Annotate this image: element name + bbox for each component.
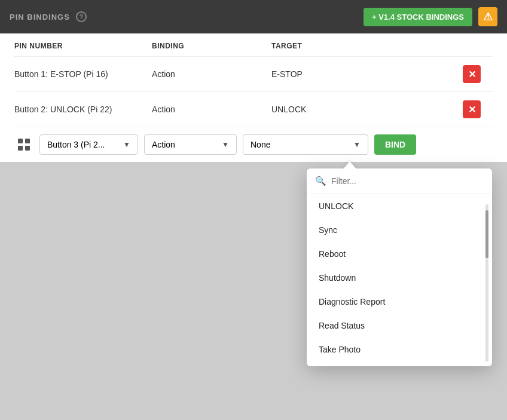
stock-bindings-button[interactable]: + V1.4 STOCK BINDINGS — [364, 8, 472, 26]
list-item[interactable]: Shutdown — [307, 266, 492, 290]
new-binding-row: Button 3 (Pi 2... ▼ Action ▼ None ▼ BIND — [14, 127, 493, 162]
pin-dropdown-value: Button 3 (Pi 2... — [47, 140, 105, 149]
delete-col-2: ✕ — [463, 100, 493, 118]
page-title: PIN BINDINGS — [10, 13, 70, 22]
target-cell-1: E-STOP — [271, 69, 463, 79]
target-dropdown-popup: 🔍 UNLOCK Sync Reboot Shutdown Diagnostic… — [307, 168, 492, 366]
column-header-target: TARGET — [271, 42, 463, 50]
bind-button[interactable]: BIND — [374, 134, 416, 155]
scrollbar-thumb[interactable] — [485, 210, 488, 258]
binding-cell-2: Action — [152, 105, 271, 114]
pin-dropdown[interactable]: Button 3 (Pi 2... ▼ — [39, 134, 138, 155]
pin-cell-2: Button 2: UNLOCK (Pi 22) — [14, 105, 152, 114]
delete-button-1[interactable]: ✕ — [463, 65, 481, 83]
binding-dropdown[interactable]: Action ▼ — [144, 134, 237, 155]
list-item[interactable]: Sync — [307, 218, 492, 242]
table-row: Button 2: UNLOCK (Pi 22) Action UNLOCK ✕ — [14, 92, 493, 127]
warning-icon[interactable]: ⚠ — [478, 7, 497, 26]
delete-button-2[interactable]: ✕ — [463, 100, 481, 118]
list-item[interactable]: UNLOCK — [307, 194, 492, 218]
table-header: PIN NUMBER BINDING TARGET — [14, 33, 493, 57]
list-item[interactable]: Read Status — [307, 314, 492, 338]
svg-rect-3 — [25, 146, 30, 151]
pin-chevron-icon: ▼ — [123, 140, 130, 149]
target-cell-2: UNLOCK — [271, 105, 463, 114]
binding-chevron-icon: ▼ — [222, 140, 229, 149]
scrollbar-track — [485, 204, 488, 361]
filter-input[interactable] — [331, 176, 484, 186]
filter-search-icon: 🔍 — [315, 176, 326, 186]
target-dropdown[interactable]: None ▼ — [243, 134, 368, 155]
column-header-binding: BINDING — [152, 42, 271, 50]
help-icon[interactable]: ? — [76, 11, 87, 22]
svg-rect-2 — [18, 146, 23, 151]
table-area: PIN NUMBER BINDING TARGET Button 1: E-ST… — [0, 33, 507, 162]
header-bar: PIN BINDINGS ? + V1.4 STOCK BINDINGS ⚠ — [0, 0, 507, 33]
svg-rect-0 — [18, 139, 23, 143]
filter-row: 🔍 — [307, 168, 492, 194]
pin-cell-1: Button 1: E-STOP (Pi 16) — [14, 69, 152, 79]
header-right: + V1.4 STOCK BINDINGS ⚠ — [364, 7, 497, 26]
svg-rect-1 — [25, 139, 30, 143]
table-row: Button 1: E-STOP (Pi 16) Action E-STOP ✕ — [14, 57, 493, 92]
target-dropdown-value: None — [251, 140, 270, 149]
list-item[interactable]: Reboot — [307, 242, 492, 266]
grid-icon[interactable] — [14, 135, 33, 154]
column-header-pin: PIN NUMBER — [14, 42, 152, 50]
dropdown-list: UNLOCK Sync Reboot Shutdown Diagnostic R… — [307, 194, 492, 361]
list-item[interactable]: Take Photo — [307, 338, 492, 361]
popup-arrow — [343, 161, 357, 170]
binding-dropdown-value: Action — [152, 140, 175, 149]
header-left: PIN BINDINGS ? — [10, 11, 87, 22]
list-item[interactable]: Diagnostic Report — [307, 290, 492, 314]
target-chevron-icon: ▼ — [353, 140, 361, 149]
delete-col-1: ✕ — [463, 65, 493, 83]
binding-cell-1: Action — [152, 69, 271, 79]
